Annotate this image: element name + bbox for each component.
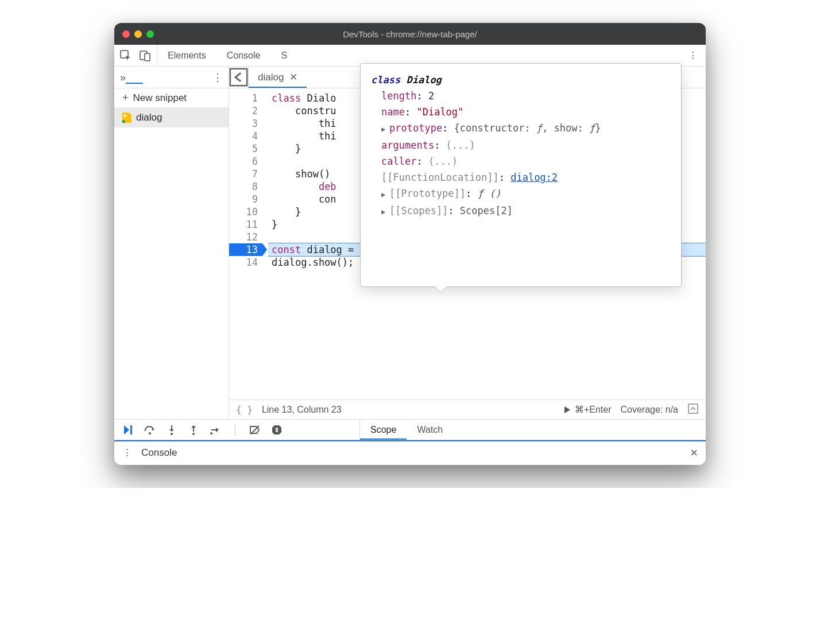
svg-line-10 xyxy=(251,426,259,434)
inspect-element-icon[interactable] xyxy=(120,50,131,61)
drawer-tab-console[interactable]: Console xyxy=(141,447,177,459)
svg-rect-4 xyxy=(689,404,698,413)
svg-point-9 xyxy=(210,432,212,434)
tab-scope[interactable]: Scope xyxy=(360,420,407,440)
plus-icon: + xyxy=(122,92,129,104)
snippet-item-dialog[interactable]: dialog xyxy=(114,108,229,127)
run-snippet-button[interactable]: ⌘+Enter xyxy=(563,404,612,415)
resume-icon[interactable] xyxy=(122,424,134,436)
svg-rect-3 xyxy=(230,69,247,86)
svg-point-7 xyxy=(171,433,173,435)
step-out-icon[interactable] xyxy=(188,424,199,436)
tab-watch[interactable]: Watch xyxy=(407,420,453,440)
pause-on-exception-icon[interactable] xyxy=(271,424,283,436)
popover-header: class Dialog xyxy=(371,72,671,88)
tab-sources-partial[interactable]: S xyxy=(270,45,297,66)
drawer-menu-icon[interactable]: ⋮ xyxy=(122,447,132,459)
step-over-icon[interactable] xyxy=(144,424,156,436)
expand-navigator-icon[interactable]: » xyxy=(120,72,126,84)
tab-elements[interactable]: Elements xyxy=(157,45,216,66)
svg-rect-2 xyxy=(145,53,150,61)
sidebar-pane-tabs: Scope Watch xyxy=(360,420,453,440)
snippet-file-icon xyxy=(122,112,131,123)
deactivate-breakpoints-icon[interactable] xyxy=(249,424,261,436)
close-tab-icon[interactable]: ✕ xyxy=(289,71,297,83)
debugger-controls xyxy=(114,420,360,440)
inspect-tools xyxy=(114,45,157,66)
navigate-back-button[interactable] xyxy=(229,67,249,88)
coverage-label: Coverage: n/a xyxy=(620,405,678,415)
device-toggle-icon[interactable] xyxy=(140,50,151,61)
titlebar: DevTools - chrome://new-tab-page/ xyxy=(114,23,706,45)
navigator-sidebar: » ⋮ + New snippet dialog xyxy=(114,67,229,419)
navigator-tabs: » ⋮ xyxy=(114,67,229,88)
svg-rect-5 xyxy=(130,425,132,434)
debugger-toolbar: Scope Watch xyxy=(114,419,706,440)
expand-proto-internal[interactable]: ▶[[Prototype]]: ƒ () xyxy=(381,185,671,203)
new-snippet-button[interactable]: + New snippet xyxy=(114,88,229,108)
step-into-icon[interactable] xyxy=(166,424,177,436)
cursor-position: Line 13, Column 23 xyxy=(262,405,342,415)
settings-icon[interactable]: ⋮ xyxy=(687,50,699,61)
toolbar-divider xyxy=(235,424,235,436)
editor-status-bar: { } Line 13, Column 23 ⌘+Enter Coverage:… xyxy=(229,399,706,419)
object-preview-popover: class Dialog length: 2 name: "Dialog" ▶p… xyxy=(360,63,682,287)
console-drawer: ⋮ Console × xyxy=(114,440,706,465)
devtools-window: DevTools - chrome://new-tab-page/ Elemen… xyxy=(114,23,706,465)
panel-tabs: Elements Console S xyxy=(157,45,297,66)
svg-point-8 xyxy=(192,433,195,435)
tab-console[interactable]: Console xyxy=(216,45,271,66)
step-icon[interactable] xyxy=(210,424,221,436)
expand-prototype[interactable]: ▶prototype: {constructor: ƒ, show: ƒ} xyxy=(381,120,671,137)
expand-scopes[interactable]: ▶[[Scopes]]: Scopes[2] xyxy=(381,203,671,220)
svg-rect-11 xyxy=(276,428,277,432)
file-tab-label: dialog xyxy=(258,72,284,83)
run-shortcut-label: ⌘+Enter xyxy=(575,404,612,415)
expand-editor-icon[interactable] xyxy=(687,403,699,417)
line-gutter: 1234567891011121314 xyxy=(229,88,268,399)
pretty-print-icon[interactable]: { } xyxy=(236,404,253,415)
function-location-link[interactable]: dialog:2 xyxy=(510,172,558,183)
new-snippet-label: New snippet xyxy=(133,92,187,104)
close-drawer-icon[interactable]: × xyxy=(690,445,698,460)
svg-point-6 xyxy=(149,432,151,434)
snippet-item-label: dialog xyxy=(136,112,162,123)
window-title: DevTools - chrome://new-tab-page/ xyxy=(114,29,706,39)
navigator-more-icon[interactable]: ⋮ xyxy=(212,71,223,84)
file-tab-dialog[interactable]: dialog ✕ xyxy=(249,67,307,88)
svg-rect-12 xyxy=(277,428,278,432)
